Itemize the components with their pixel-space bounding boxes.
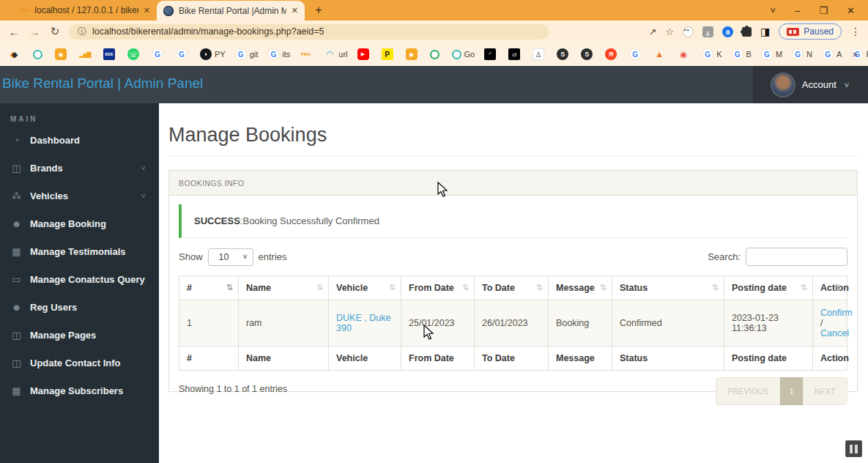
- confirm-link[interactable]: Confirm: [820, 308, 853, 318]
- bookmark-item[interactable]: G: [629, 48, 644, 60]
- address-bar[interactable]: ⓘ localhost/bikerental/admin/manage-book…: [69, 24, 549, 40]
- sidebar-item[interactable]: Manage Conatctus Query ˅: [0, 265, 159, 293]
- back-button[interactable]: ←: [7, 26, 21, 38]
- bookmark-item[interactable]: ☏: [127, 48, 142, 60]
- sidebar-item[interactable]: Manage Subscribers ˅: [0, 377, 159, 404]
- table-footer-header: Message: [549, 347, 612, 371]
- browser-menu-icon[interactable]: ⋮: [850, 26, 861, 37]
- bookmark-item[interactable]: ◆: [9, 48, 23, 60]
- sidebar-item[interactable]: Manage Testimonials ˅: [0, 237, 159, 265]
- bookmark-item[interactable]: ◉: [406, 48, 420, 60]
- recorder-pause-button[interactable]: [845, 440, 862, 457]
- tab-close-icon[interactable]: ✕: [144, 6, 150, 15]
- sidebar-item[interactable]: Vehicles ˅: [0, 182, 159, 210]
- account-menu[interactable]: Account ˅: [753, 66, 868, 103]
- avatar-extension-icon[interactable]: ♟: [702, 26, 713, 37]
- bookmark-item[interactable]: [33, 50, 45, 59]
- bookmark-item[interactable]: G: [152, 48, 166, 60]
- table-column-header[interactable]: To Date: [475, 276, 549, 300]
- search-label: Search:: [708, 251, 741, 262]
- bookmark-item[interactable]: G git: [235, 48, 259, 60]
- sidebar-item[interactable]: Manage Booking ˅: [0, 210, 159, 237]
- bookmark-item[interactable]: P: [382, 48, 396, 60]
- table-footer-header: Name: [239, 347, 329, 371]
- bookmark-item[interactable]: S: [557, 48, 571, 60]
- page-length-select[interactable]: 10 ˅: [208, 248, 253, 266]
- bookmark-item[interactable]: ◜: [484, 48, 499, 60]
- table-column-header[interactable]: Message: [549, 276, 612, 300]
- tab-search-icon[interactable]: ˅: [771, 5, 776, 16]
- bookmark-item[interactable]: ◉: [678, 48, 692, 60]
- bookmark-item[interactable]: ▲: [653, 48, 668, 60]
- vehicle-link[interactable]: DUKE , Duke 390: [336, 313, 390, 333]
- window-maximize-button[interactable]: ❐: [819, 5, 828, 16]
- table-column-header[interactable]: Vehicle: [329, 276, 401, 300]
- sidebar-item-label: Vehicles: [30, 190, 68, 201]
- paused-extension-pill[interactable]: Paused: [779, 23, 842, 40]
- table-column-header[interactable]: Posting date: [724, 276, 813, 300]
- bookmark-item[interactable]: ♙: [533, 48, 547, 60]
- bookmark-item[interactable]: G A: [822, 48, 842, 60]
- action-separator: /: [820, 318, 823, 328]
- reload-button[interactable]: ↻: [48, 25, 62, 38]
- next-page-button[interactable]: NEXT: [803, 377, 847, 405]
- previous-page-button[interactable]: PREVIOUS: [716, 377, 781, 405]
- table-column-header[interactable]: From Date: [401, 276, 475, 300]
- page-title: Manage Bookings: [168, 124, 327, 147]
- bookmark-item[interactable]: G M: [761, 48, 782, 60]
- browser-tab-phpmyadmin[interactable]: PMA localhost / 127.0.0.1 / bikerental ✕: [13, 0, 157, 21]
- bookmark-item[interactable]: IEEE: [103, 48, 118, 60]
- bookmark-item[interactable]: [430, 50, 442, 59]
- bookmark-item[interactable]: Go: [452, 50, 475, 59]
- site-info-icon[interactable]: ⓘ: [78, 26, 86, 38]
- tab-close-icon[interactable]: ✕: [292, 6, 298, 15]
- bookmark-item[interactable]: S: [581, 48, 596, 60]
- bookmarks-overflow-icon[interactable]: »: [853, 48, 858, 59]
- table-column-header[interactable]: #: [179, 276, 239, 300]
- window-close-button[interactable]: ✕: [847, 5, 855, 16]
- forward-button[interactable]: →: [28, 26, 41, 38]
- bookmark-item[interactable]: G K: [702, 48, 722, 60]
- table-column-header[interactable]: Action: [813, 276, 847, 300]
- page-number-button[interactable]: 1: [780, 377, 804, 405]
- bookmark-item[interactable]: ◉: [55, 48, 70, 60]
- bookmark-item[interactable]: G: [176, 48, 190, 60]
- bookmark-favicon-icon: ◗: [200, 48, 212, 60]
- bookmark-item[interactable]: Я: [605, 48, 620, 60]
- bookmark-item[interactable]: cl: [508, 48, 523, 60]
- bookmark-item[interactable]: ◗ PY: [200, 48, 226, 60]
- extensions-puzzle-icon[interactable]: [742, 27, 752, 37]
- bookmark-item[interactable]: G N: [792, 48, 812, 60]
- bookmark-item[interactable]: G B: [732, 48, 752, 60]
- sidebar-item[interactable]: Reg Users ˅: [0, 293, 159, 321]
- bookmark-item[interactable]: PMA: [300, 48, 314, 60]
- search-input[interactable]: [746, 248, 847, 266]
- bookmark-favicon-icon: ◆: [9, 48, 21, 60]
- globe-favicon-icon: [163, 6, 174, 16]
- bookmark-item[interactable]: ▶: [357, 48, 372, 60]
- table-column-header[interactable]: Status: [612, 276, 724, 300]
- browser-tab-bike-rental-admin[interactable]: Bike Rental Portal |Admin Manag ✕: [157, 1, 305, 21]
- window-minimize-button[interactable]: –: [795, 5, 800, 16]
- bookmark-favicon-icon: S: [557, 48, 568, 60]
- share-icon[interactable]: ↗: [649, 26, 657, 37]
- a-extension-icon[interactable]: a: [722, 26, 733, 37]
- bookmark-item[interactable]: ▂▅▇: [79, 48, 94, 60]
- sidebar-item[interactable]: Dashboard ˅: [0, 126, 159, 154]
- sidebar-item[interactable]: Manage Pages ˅: [0, 321, 159, 349]
- bookmark-favicon-icon: ▂▅▇: [79, 48, 91, 60]
- sidebar-item[interactable]: Brands ˅: [0, 154, 159, 182]
- bookmark-item[interactable]: ◠ url: [324, 48, 347, 60]
- bookmark-item[interactable]: G its: [267, 48, 290, 60]
- reading-mode-icon[interactable]: ◨: [760, 26, 770, 37]
- cancel-link[interactable]: Cancel: [820, 328, 849, 338]
- tab-title: localhost / 127.0.0.1 / bikerental: [34, 5, 138, 15]
- new-tab-button[interactable]: +: [315, 3, 322, 18]
- sidebar-item[interactable]: Update Contact Info ˅: [0, 349, 159, 377]
- table-column-header[interactable]: Name: [239, 276, 329, 300]
- bookmark-favicon-icon: ▲: [653, 48, 665, 60]
- panda-extension-icon[interactable]: [683, 26, 694, 37]
- entries-summary: Showing 1 to 1 of 1 entries: [179, 377, 287, 394]
- bookmark-star-icon[interactable]: ☆: [665, 26, 674, 37]
- cell-posting-date: 2023-01-23 11:36:13: [724, 300, 813, 347]
